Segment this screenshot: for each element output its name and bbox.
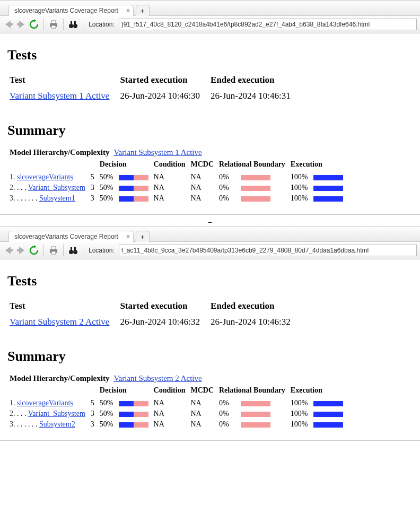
model-link[interactable]: Subsystem1 xyxy=(39,194,75,202)
browser-window: slcoverageVariants Coverage Report × + L… xyxy=(0,0,420,215)
coverage-bar xyxy=(241,422,270,428)
coverage-bar xyxy=(313,186,343,191)
row-indent: . . . xyxy=(17,184,28,192)
mcdc-value: NA xyxy=(190,172,219,182)
summary-heading: Summary xyxy=(7,349,413,364)
coverage-bar xyxy=(241,175,270,180)
summary-table: Decision Condition MCDC Relational Bound… xyxy=(10,385,348,430)
row-num: 1. xyxy=(10,173,15,181)
coverage-bar xyxy=(119,186,148,191)
svg-rect-18 xyxy=(71,247,72,250)
find-icon[interactable] xyxy=(68,245,78,256)
condition-value: NA xyxy=(154,408,191,419)
forward-icon[interactable] xyxy=(16,245,27,256)
relbound-value: 0% xyxy=(219,419,241,430)
coverage-bar xyxy=(313,412,343,417)
row-num: 2. xyxy=(10,410,15,417)
page-content: Tests Test Started execution Ended execu… xyxy=(0,33,420,214)
print-icon[interactable] xyxy=(48,245,59,256)
svg-rect-4 xyxy=(51,21,56,23)
decision-value: 50% xyxy=(100,408,119,419)
test-link[interactable]: Variant Subsystem 2 Active xyxy=(10,317,109,327)
execution-value: 100% xyxy=(291,398,313,408)
col-relbound: Relational Boundary xyxy=(219,159,291,172)
model-link[interactable]: Subsystem2 xyxy=(39,420,75,428)
table-row: 3. . . . . . . Subsystem2 3 50% NA NA 0%… xyxy=(10,419,348,430)
tests-table: Test Started execution Ended execution V… xyxy=(10,73,301,101)
condition-value: NA xyxy=(154,193,191,204)
location-input[interactable]: )91_f517_40c8_8120_c2418a4b41e6/tp8c892a… xyxy=(119,19,417,30)
hierarchy-label: Model Hierarchy/Complexity xyxy=(10,374,109,383)
execution-value: 100% xyxy=(291,419,313,430)
close-icon[interactable]: × xyxy=(126,233,130,240)
separator xyxy=(83,245,83,256)
tests-heading: Tests xyxy=(7,273,413,289)
test-link[interactable]: Variant Subsystem 1 Active xyxy=(10,91,109,101)
model-link[interactable]: Variant_Subsystem xyxy=(28,184,85,192)
table-row: 1. slcoverageVariants 5 50% NA NA 0% 100… xyxy=(10,398,348,408)
coverage-bar xyxy=(241,401,270,406)
page-content: Tests Test Started execution Ended execu… xyxy=(0,259,420,440)
started-value: 26-Jun-2024 10:46:30 xyxy=(120,91,211,101)
location-label: Location: xyxy=(89,21,115,28)
col-started: Started execution xyxy=(120,299,211,317)
new-tab-button[interactable]: + xyxy=(136,5,150,16)
condition-value: NA xyxy=(154,419,191,430)
col-condition: Condition xyxy=(154,385,191,398)
row-indent: . . . . . . xyxy=(17,194,39,202)
coverage-bar xyxy=(241,196,270,202)
mcdc-value: NA xyxy=(190,419,219,430)
row-indent: . . . . . . xyxy=(17,420,39,428)
toolbar: Location: )91_f517_40c8_8120_c2418a4b41e… xyxy=(0,16,420,33)
location-input[interactable]: f_ac11_4b8c_9cca_3e27b495409a/tp313e6cb9… xyxy=(119,245,417,256)
separator xyxy=(83,19,83,30)
image-divider xyxy=(208,222,212,224)
coverage-bar xyxy=(119,196,148,202)
col-condition: Condition xyxy=(154,159,191,172)
back-icon[interactable] xyxy=(3,19,14,30)
col-execution: Execution xyxy=(291,385,348,398)
tab-title: slcoverageVariants Coverage Report xyxy=(14,7,118,14)
summary-link[interactable]: Variant Subsystem 2 Active xyxy=(113,374,202,383)
svg-rect-9 xyxy=(74,21,76,24)
find-icon[interactable] xyxy=(68,19,78,30)
row-indent: . . . xyxy=(17,410,28,417)
ended-value: 26-Jun-2024 10:46:32 xyxy=(211,317,301,327)
relbound-value: 0% xyxy=(219,398,241,408)
model-link[interactable]: Variant_Subsystem xyxy=(28,410,85,417)
model-link[interactable]: slcoverageVariants xyxy=(17,399,73,407)
relbound-value: 0% xyxy=(219,408,241,419)
close-icon[interactable]: × xyxy=(126,7,130,14)
model-link[interactable]: slcoverageVariants xyxy=(17,173,73,181)
col-decision: Decision xyxy=(100,385,154,398)
svg-point-6 xyxy=(69,24,73,28)
table-row: Variant Subsystem 2 Active 26-Jun-2024 1… xyxy=(10,317,301,327)
print-icon[interactable] xyxy=(48,19,59,30)
toolbar: Location: f_ac11_4b8c_9cca_3e27b495409a/… xyxy=(0,242,420,259)
refresh-icon[interactable] xyxy=(29,19,39,30)
col-started: Started execution xyxy=(120,73,211,91)
relbound-value: 0% xyxy=(219,172,241,182)
svg-rect-5 xyxy=(51,25,56,28)
summary-heading: Summary xyxy=(7,123,413,138)
decision-value: 50% xyxy=(100,398,119,408)
execution-value: 100% xyxy=(291,172,313,182)
tab-bar: slcoverageVariants Coverage Report × + xyxy=(0,227,420,242)
new-tab-button[interactable]: + xyxy=(136,231,150,242)
svg-point-16 xyxy=(69,250,73,254)
condition-value: NA xyxy=(154,398,191,408)
summary-link[interactable]: Variant Subsystem 1 Active xyxy=(113,148,202,157)
svg-marker-2 xyxy=(34,19,36,22)
refresh-icon[interactable] xyxy=(29,245,39,256)
forward-icon[interactable] xyxy=(16,19,27,30)
row-num: 2. xyxy=(10,184,15,192)
svg-marker-12 xyxy=(34,245,36,248)
browser-window: slcoverageVariants Coverage Report × + L… xyxy=(0,226,420,441)
browser-tab[interactable]: slcoverageVariants Coverage Report × xyxy=(8,231,134,242)
browser-tab[interactable]: slcoverageVariants Coverage Report × xyxy=(8,5,134,16)
condition-value: NA xyxy=(154,182,191,193)
decision-value: 50% xyxy=(100,182,119,193)
table-row: 2. . . . Variant_Subsystem 3 50% NA NA 0… xyxy=(10,182,348,193)
row-num: 1. xyxy=(10,399,15,407)
back-icon[interactable] xyxy=(3,245,14,256)
